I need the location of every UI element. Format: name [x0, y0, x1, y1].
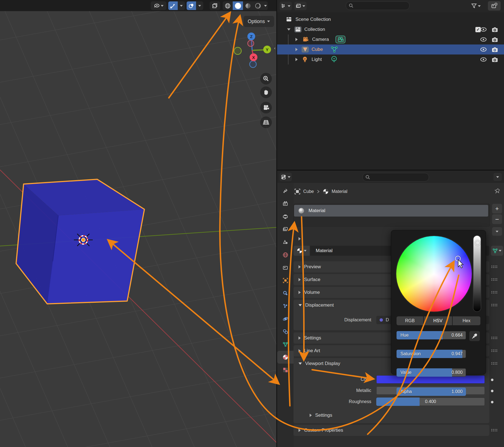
snap-toggle-button[interactable]	[187, 1, 196, 10]
outliner-row-cube[interactable]: Cube	[277, 44, 504, 54]
disable-render-camera-icon[interactable]	[492, 27, 498, 32]
panel-drag-handle[interactable]	[491, 336, 498, 339]
tab-material[interactable]	[277, 351, 294, 364]
expand-triangle-icon[interactable]	[295, 58, 298, 61]
duplicate-button[interactable]	[210, 1, 220, 10]
tab-render[interactable]	[277, 197, 294, 210]
section-custom-properties[interactable]: Custom Properties	[294, 425, 489, 436]
transform-orientation-dropdown[interactable]	[178, 1, 185, 10]
tab-object-data[interactable]	[277, 338, 294, 351]
outliner-filter-type-dropdown[interactable]	[294, 2, 307, 10]
panel-drag-handle[interactable]	[491, 304, 498, 307]
tab-hsv[interactable]: HSV	[424, 316, 452, 325]
tab-collection[interactable]	[277, 261, 294, 274]
outliner-row-camera[interactable]: Camera	[277, 34, 504, 44]
tab-rgb[interactable]: RGB	[397, 316, 423, 325]
expand-triangle-icon[interactable]	[295, 38, 298, 41]
color-wheel-indicator[interactable]	[455, 256, 461, 261]
grid-perspective-button[interactable]	[260, 116, 272, 128]
disable-render-camera-icon[interactable]	[492, 37, 498, 42]
transform-orientation-group[interactable]	[168, 1, 185, 10]
shading-mode-group[interactable]	[223, 1, 268, 10]
panel-drag-handle[interactable]	[491, 349, 498, 352]
roughness-slider[interactable]: 0.400	[376, 398, 485, 406]
panel-drag-handle[interactable]	[491, 291, 498, 294]
visibility-dropdown[interactable]	[151, 1, 166, 10]
cube-object[interactable]	[16, 179, 144, 304]
shading-wireframe-button[interactable]	[223, 1, 233, 10]
disable-render-camera-icon[interactable]	[492, 47, 498, 52]
camera-view-button[interactable]	[260, 102, 272, 113]
animate-decorator-dot[interactable]	[491, 390, 493, 392]
color-wheel[interactable]	[396, 236, 472, 312]
tab-object[interactable]	[277, 274, 294, 287]
breadcrumb-object[interactable]: Cube	[303, 189, 314, 194]
add-slot-button[interactable]: +	[492, 204, 502, 213]
editor-type-dropdown[interactable]	[280, 173, 292, 181]
panel-drag-handle[interactable]	[491, 362, 498, 365]
sidebar-collapse-arrow[interactable]: ‹	[273, 43, 276, 53]
browse-material-dropdown[interactable]	[294, 246, 310, 256]
outliner-search-input[interactable]	[346, 1, 410, 10]
tab-constraints[interactable]	[277, 325, 294, 338]
tab-physics[interactable]	[277, 312, 294, 325]
hide-eye-icon[interactable]	[480, 47, 487, 52]
shading-rendered-button[interactable]	[253, 1, 263, 10]
pan-button[interactable]	[260, 86, 272, 98]
snap-group[interactable]	[187, 1, 203, 10]
animate-decorator-dot[interactable]	[491, 401, 493, 403]
outliner-filter-button[interactable]	[470, 2, 482, 10]
slot-specials-dropdown[interactable]	[492, 227, 502, 236]
value-hsv-slider[interactable]: Value 0.800	[397, 368, 466, 377]
outliner-row-scene-collection[interactable]: Scene Collection	[277, 14, 504, 24]
camera-data-badge[interactable]	[335, 36, 345, 43]
tab-hex[interactable]: Hex	[453, 316, 480, 325]
tab-tool[interactable]	[277, 185, 294, 197]
disable-render-camera-icon[interactable]	[492, 57, 498, 62]
expand-triangle-icon[interactable]	[287, 28, 290, 31]
3d-viewport[interactable]: Z Y X ‹	[0, 11, 276, 447]
panel-drag-handle[interactable]	[491, 278, 498, 281]
viewport-roughness-row: Roughness 0.400	[294, 398, 489, 406]
tab-modifiers[interactable]	[277, 287, 294, 300]
shading-solid-button[interactable]	[233, 1, 243, 10]
animate-decorator-dot[interactable]	[491, 379, 493, 381]
properties-search-input[interactable]	[362, 173, 429, 182]
material-slot-selected[interactable]: Material	[294, 205, 488, 217]
tab-scene[interactable]	[277, 236, 294, 249]
transform-orientation-button[interactable]	[168, 1, 178, 10]
expand-triangle-icon[interactable]	[295, 48, 298, 51]
shading-material-button[interactable]	[243, 1, 253, 10]
tool-icon	[283, 188, 288, 194]
new-collection-button[interactable]	[488, 1, 501, 11]
tab-particles[interactable]	[277, 300, 294, 312]
hide-eye-icon[interactable]	[480, 27, 487, 32]
outliner-row-light[interactable]: Light	[277, 54, 504, 64]
tab-output[interactable]	[277, 210, 294, 223]
link-mesh-data-dropdown[interactable]	[491, 246, 503, 256]
breadcrumb-datablock[interactable]: Material	[332, 189, 347, 194]
options-button[interactable]: Options	[244, 16, 274, 27]
panel-drag-handle[interactable]	[491, 265, 498, 268]
outliner-row-collection[interactable]: Collection ✓	[277, 24, 504, 34]
tab-texture[interactable]	[277, 364, 294, 376]
value-slider-indicator[interactable]	[475, 240, 480, 246]
panel-drag-handle[interactable]	[491, 429, 498, 432]
hide-eye-icon[interactable]	[480, 37, 487, 42]
hide-eye-icon[interactable]	[480, 57, 487, 62]
hue-slider[interactable]: Hue 0.664	[397, 331, 466, 339]
tab-view-layer[interactable]	[277, 223, 294, 236]
shading-dropdown[interactable]	[263, 1, 268, 10]
pin-icon[interactable]	[494, 188, 500, 195]
properties-options-dropdown[interactable]	[493, 173, 502, 181]
zoom-button[interactable]	[260, 73, 272, 85]
snap-dropdown[interactable]	[196, 1, 203, 10]
sub-section-settings[interactable]: Settings	[310, 413, 332, 418]
value-slider[interactable]	[473, 236, 481, 311]
saturation-slider[interactable]: Saturation 0.947	[397, 350, 466, 358]
alpha-slider[interactable]: Alpha 1.000	[397, 388, 466, 396]
tab-world[interactable]	[277, 249, 294, 261]
remove-slot-button[interactable]: −	[492, 214, 502, 224]
eyedropper-button[interactable]	[469, 331, 480, 341]
outliner-display-mode-dropdown[interactable]	[280, 2, 292, 10]
